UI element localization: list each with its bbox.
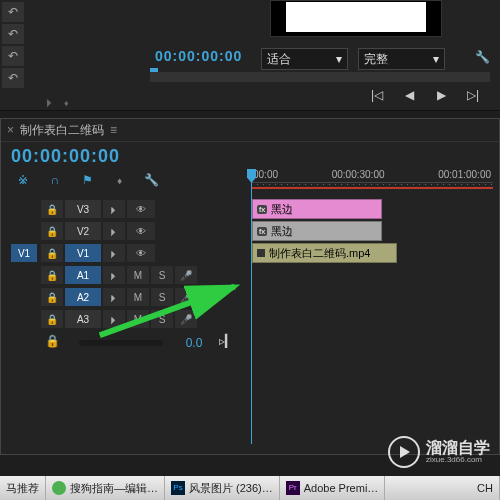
watermark: 溜溜自学 zixue.3d66.com: [388, 436, 490, 468]
sync-lock-icon[interactable]: ⏵: [103, 222, 125, 240]
taskbar-item[interactable]: Ps 风景图片 (236)…: [165, 476, 280, 500]
sync-lock-icon[interactable]: ⏵: [103, 288, 125, 306]
source-patch-v1[interactable]: V1: [11, 244, 37, 262]
chevron-down-icon: ▾: [433, 52, 439, 66]
watermark-sub: zixue.3d66.com: [426, 456, 490, 464]
zoom-dropdown[interactable]: 完整▾: [358, 48, 445, 70]
taskbar-item[interactable]: 马推荐: [0, 476, 46, 500]
track-label[interactable]: V3: [65, 200, 101, 218]
zoom-value[interactable]: 0.0: [175, 336, 213, 350]
undo-icon[interactable]: ↶: [2, 46, 24, 66]
sync-lock-icon[interactable]: ⏵: [103, 310, 125, 328]
solo-button[interactable]: S: [151, 310, 173, 328]
sync-lock-icon[interactable]: ⏵: [103, 200, 125, 218]
track-label[interactable]: V1: [65, 244, 101, 262]
lock-icon[interactable]: 🔒: [41, 288, 63, 306]
time-ruler[interactable]: [251, 182, 493, 193]
track-label[interactable]: V2: [65, 222, 101, 240]
track-a1: 🔒 A1 ⏵ M S 🎤: [11, 265, 241, 285]
program-scrubber[interactable]: [150, 72, 490, 82]
marker-icon[interactable]: ⬧: [111, 173, 127, 187]
voice-record-icon[interactable]: 🎤: [175, 266, 197, 284]
undo-icon[interactable]: ↶: [2, 2, 24, 22]
snap-icon[interactable]: ※: [15, 173, 31, 187]
fx-badge: fx: [257, 227, 267, 236]
taskbar: 马推荐 搜狗指南—编辑… Ps 风景图片 (236)… Pr Adobe Pre…: [0, 476, 500, 500]
program-timecode[interactable]: 00:00:00:00: [155, 48, 242, 64]
lock-icon[interactable]: 🔒: [41, 222, 63, 240]
toggle-output-icon[interactable]: 👁: [127, 244, 155, 262]
taskbar-item[interactable]: Pr Adobe Premi…: [280, 476, 386, 500]
track-label[interactable]: A3: [65, 310, 101, 328]
clip-v2[interactable]: fx 黑边: [252, 221, 382, 241]
solo-button[interactable]: S: [151, 288, 173, 306]
ruler-label: 00:01:00:00: [438, 169, 491, 180]
lock-icon[interactable]: 🔒: [41, 266, 63, 284]
clip-thumb-icon: [257, 249, 265, 257]
voice-record-icon[interactable]: 🎤: [175, 288, 197, 306]
play-circle-icon: [388, 436, 420, 468]
clip-label: 制作表白二维码.mp4: [269, 246, 370, 261]
mute-button[interactable]: M: [127, 288, 149, 306]
lock-icon[interactable]: 🔒: [41, 200, 63, 218]
taskbar-item[interactable]: 搜狗指南—编辑…: [46, 476, 165, 500]
track-label[interactable]: A2: [65, 288, 101, 306]
sync-lock-icon[interactable]: ⏵: [103, 244, 125, 262]
clip-label: 黑边: [271, 224, 293, 239]
clip-v3[interactable]: fx 黑边: [252, 199, 382, 219]
close-tab-icon[interactable]: ×: [7, 123, 14, 137]
magnet-icon[interactable]: ∩: [47, 173, 63, 187]
mute-button[interactable]: M: [127, 310, 149, 328]
go-to-in-button[interactable]: |◁: [370, 88, 384, 102]
toggle-output-icon[interactable]: 👁: [127, 222, 155, 240]
voice-record-icon[interactable]: 🎤: [175, 310, 197, 328]
clip-v1[interactable]: 制作表白二维码.mp4: [252, 243, 397, 263]
undo-icon[interactable]: ↶: [2, 68, 24, 88]
lock-icon[interactable]: 🔒: [41, 310, 63, 328]
timeline-settings-icon[interactable]: 🔧: [143, 173, 159, 187]
solo-button[interactable]: S: [151, 266, 173, 284]
clip-label: 黑边: [271, 202, 293, 217]
program-monitor: [270, 0, 442, 37]
track-a3: 🔒 A3 ⏵ M S 🎤: [11, 309, 241, 329]
step-forward-button[interactable]: ▷|: [466, 88, 480, 102]
mute-button[interactable]: M: [127, 266, 149, 284]
track-v1: V1 🔒 V1 ⏵ 👁: [11, 243, 241, 263]
ruler-label: 00:00: [253, 169, 278, 180]
sync-lock-icon[interactable]: ⏵: [103, 266, 125, 284]
zoom-slider[interactable]: [79, 340, 163, 346]
lock-icon[interactable]: 🔒: [45, 334, 67, 352]
track-a2: 🔒 A2 ⏵ M S 🎤: [11, 287, 241, 307]
track-label[interactable]: A1: [65, 266, 101, 284]
sequence-tab[interactable]: 制作表白二维码: [20, 122, 104, 139]
track-v3: 🔒 V3 ⏵ 👁: [11, 199, 241, 219]
fit-dropdown[interactable]: 适合▾: [261, 48, 348, 70]
mini-icon[interactable]: ⬧: [63, 96, 70, 108]
timeline-timecode[interactable]: 00:00:00:00: [1, 142, 499, 171]
watermark-title: 溜溜自学: [426, 440, 490, 456]
mini-icon[interactable]: ⏵: [44, 96, 55, 108]
step-back-button[interactable]: ◀: [402, 88, 416, 102]
tab-menu-icon[interactable]: ≡: [110, 123, 117, 137]
undo-icon[interactable]: ↶: [2, 24, 24, 44]
ime-indicator[interactable]: CH: [471, 476, 500, 500]
ruler-label: 00:00:30:00: [332, 169, 385, 180]
settings-icon[interactable]: 🔧: [475, 50, 490, 64]
chevron-down-icon: ▾: [336, 52, 342, 66]
jump-icon[interactable]: ▹▎: [219, 334, 241, 352]
play-button[interactable]: ▶: [434, 88, 448, 102]
fx-badge: fx: [257, 205, 267, 214]
lock-icon[interactable]: 🔒: [41, 244, 63, 262]
toggle-output-icon[interactable]: 👁: [127, 200, 155, 218]
linked-selection-icon[interactable]: ⚑: [79, 173, 95, 187]
track-v2: 🔒 V2 ⏵ 👁: [11, 221, 241, 241]
